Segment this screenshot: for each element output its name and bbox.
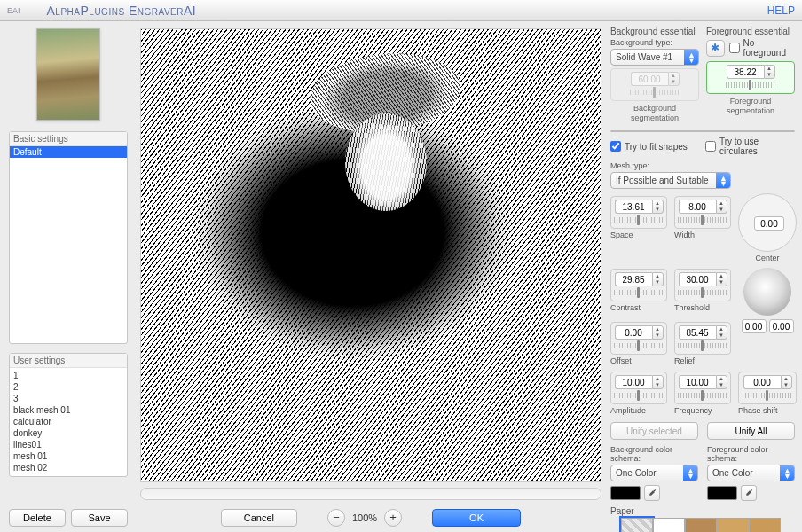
fg-segmentation-control[interactable]: ▲▼ xyxy=(706,61,795,94)
center-ball[interactable] xyxy=(743,268,791,316)
width-input[interactable] xyxy=(679,200,716,214)
fg-schema-label: Foreground color schema: xyxy=(707,445,795,463)
titlebar: EAI AlphaPlugins EngraverAI HELP xyxy=(0,0,802,21)
zoom-in-button[interactable]: + xyxy=(384,509,402,527)
frequency-control[interactable]: ▲▼ xyxy=(674,372,731,404)
fg-schema-select[interactable]: One Color▲▼ xyxy=(707,465,795,481)
mesh-type-select[interactable]: If Possible and Suitable ▲▼ xyxy=(610,172,731,189)
source-thumbnail[interactable] xyxy=(36,28,100,121)
mini-slider[interactable] xyxy=(614,290,664,295)
help-link[interactable]: HELP xyxy=(767,4,795,17)
unify-selected-button[interactable]: Unify selected xyxy=(610,422,698,440)
try-fit-checkbox[interactable]: Try to fit shapes xyxy=(610,137,700,156)
mini-slider[interactable] xyxy=(678,343,727,348)
mini-slider[interactable] xyxy=(678,290,727,295)
unify-all-button[interactable]: Unify All xyxy=(707,422,795,440)
preset-item[interactable]: mesh 02 xyxy=(10,462,127,473)
threshold-input[interactable] xyxy=(679,272,716,286)
mini-slider[interactable] xyxy=(726,82,775,88)
preset-item[interactable]: 2 xyxy=(10,381,127,393)
mini-slider[interactable] xyxy=(678,217,727,223)
bg-color-swatch[interactable] xyxy=(610,486,641,500)
stepper-icon[interactable]: ▲▼ xyxy=(716,272,727,286)
zoom-level: 100% xyxy=(352,512,377,523)
preset-item[interactable]: 1 xyxy=(10,370,127,381)
ok-button[interactable]: OK xyxy=(432,509,521,527)
stepper-icon[interactable]: ▲▼ xyxy=(652,325,664,340)
paper-swatch-solid[interactable]: Solid xyxy=(653,518,685,532)
preset-item[interactable]: Default xyxy=(10,146,127,158)
mini-slider[interactable] xyxy=(743,393,792,398)
delete-button[interactable]: Delete xyxy=(9,509,66,527)
preset-item[interactable]: 3 xyxy=(10,393,127,404)
preset-item[interactable]: calculator xyxy=(10,416,127,427)
paper-prev-arrow[interactable]: ◀ xyxy=(610,518,621,532)
geometry-randomness-tabs[interactable]: Geometry Randomness xyxy=(610,130,795,132)
offset-input[interactable] xyxy=(615,325,652,340)
mini-slider[interactable] xyxy=(614,343,664,348)
try-circulares-checkbox[interactable]: Try to use circulares xyxy=(705,137,795,156)
paper-swatch-none[interactable]: None xyxy=(621,518,653,532)
no-foreground-checkbox[interactable]: No foreground xyxy=(729,38,795,58)
eyedropper-icon[interactable] xyxy=(644,485,660,501)
fg-color-swatch[interactable] xyxy=(707,486,737,500)
fg-seg-label: Foreground segmentation xyxy=(706,97,795,116)
stepper-icon[interactable]: ▲▼ xyxy=(652,272,664,286)
phase-input[interactable] xyxy=(743,375,781,389)
mini-slider[interactable] xyxy=(678,393,727,398)
preset-item[interactable]: mesh 01 xyxy=(10,450,127,462)
preset-item[interactable]: lines01 xyxy=(10,439,127,450)
stepper-icon[interactable]: ▲▼ xyxy=(716,200,727,214)
app-title: AlphaPlugins EngraverAI xyxy=(47,4,197,18)
phase-control[interactable]: ▲▼ xyxy=(738,372,797,404)
offset-control[interactable]: ▲▼ xyxy=(610,322,667,355)
fg-seg-input[interactable] xyxy=(727,65,764,79)
preset-item[interactable]: donkey xyxy=(10,427,127,439)
zoom-out-button[interactable]: − xyxy=(327,509,345,527)
app-logo: EAI xyxy=(7,6,20,15)
bg-schema-select[interactable]: One Color▲▼ xyxy=(610,465,698,481)
user-settings-list[interactable]: 1 2 3 black mesh 01 calculator donkey li… xyxy=(10,368,127,476)
relief-input[interactable] xyxy=(679,325,716,340)
stepper-icon[interactable]: ▲▼ xyxy=(716,375,727,389)
space-control[interactable]: ▲▼ xyxy=(610,196,667,229)
center-angle-input[interactable] xyxy=(754,216,784,231)
center-dial[interactable] xyxy=(738,193,797,252)
relief-control[interactable]: ▲▼ xyxy=(674,322,731,355)
paper-swatch[interactable]: paper03 xyxy=(749,518,781,532)
footer-controls: Cancel − 100% + OK xyxy=(140,500,602,528)
save-button[interactable]: Save xyxy=(71,509,128,527)
threshold-control[interactable]: ▲▼ xyxy=(674,269,731,301)
preview-canvas[interactable] xyxy=(140,28,602,482)
contrast-input[interactable] xyxy=(615,272,652,286)
stepper-icon[interactable]: ▲▼ xyxy=(652,200,664,214)
chevron-updown-icon: ▲▼ xyxy=(719,176,727,186)
amplitude-control[interactable]: ▲▼ xyxy=(610,372,667,404)
center-x-input[interactable] xyxy=(742,319,767,333)
try-circ-label: Try to use circulares xyxy=(719,137,795,156)
preview-scrollbar[interactable] xyxy=(140,488,602,500)
stepper-icon[interactable]: ▲▼ xyxy=(652,375,664,389)
basic-settings-list[interactable]: Default xyxy=(10,146,127,343)
contrast-control[interactable]: ▲▼ xyxy=(610,269,667,301)
cancel-button[interactable]: Cancel xyxy=(221,509,297,527)
preset-item[interactable]: black mesh 01 xyxy=(10,404,127,416)
space-input[interactable] xyxy=(615,200,652,214)
frequency-input[interactable] xyxy=(679,375,716,389)
stepper-icon[interactable]: ▲▼ xyxy=(716,325,727,340)
width-control[interactable]: ▲▼ xyxy=(674,196,731,229)
amplitude-input[interactable] xyxy=(615,375,652,389)
bg-type-label: Background type: xyxy=(610,38,699,47)
stepper-icon[interactable]: ▲▼ xyxy=(781,375,792,389)
mini-slider[interactable] xyxy=(614,217,664,223)
stepper-icon[interactable]: ▲▼ xyxy=(764,65,775,79)
center-y-input[interactable] xyxy=(769,319,794,333)
paper-swatch[interactable]: paper01 xyxy=(685,518,717,532)
mini-slider[interactable] xyxy=(614,393,664,398)
eyedropper-icon[interactable] xyxy=(741,485,757,501)
center-xy[interactable] xyxy=(738,319,797,333)
snowflake-icon[interactable]: ✱ xyxy=(706,40,725,57)
bg-type-select[interactable]: Solid Wave #1 ▲▼ xyxy=(610,49,699,66)
paper-swatch[interactable]: paper02 xyxy=(717,518,749,532)
paper-next-arrow[interactable]: ▶ xyxy=(781,518,791,532)
